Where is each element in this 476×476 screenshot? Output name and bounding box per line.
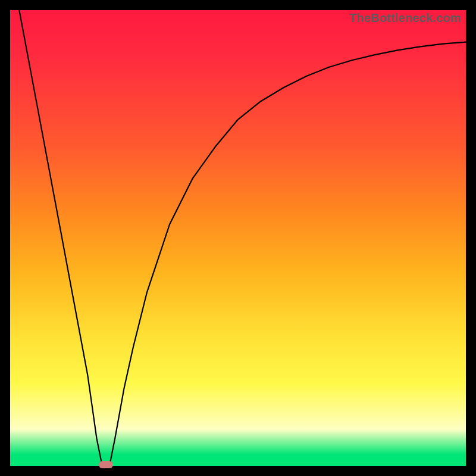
- chart-frame: TheBottleneck.com: [0, 0, 476, 476]
- optimal-marker: [99, 461, 113, 468]
- curve-layer: [10, 10, 466, 466]
- plot-area: TheBottleneck.com: [10, 10, 466, 466]
- bottleneck-curve: [19, 10, 466, 465]
